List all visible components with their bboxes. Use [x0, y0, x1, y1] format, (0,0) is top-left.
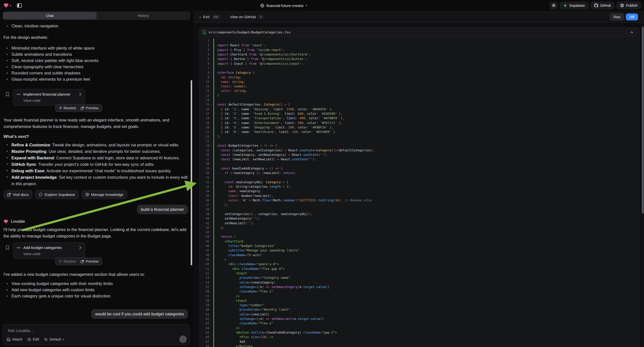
- code-text: <div className="space-y-6">: [214, 262, 279, 266]
- line-number: 31: [200, 175, 209, 180]
- edit-button[interactable]: Edit: [28, 337, 39, 341]
- fold-toggle-icon[interactable]: ⌄: [209, 180, 213, 184]
- bookmark-icon[interactable]: [6, 245, 10, 250]
- chat-scrollbar[interactable]: [191, 80, 192, 265]
- view-on-github-button[interactable]: View on GitHub G: [230, 15, 264, 19]
- code-line: 9 id: string;: [200, 75, 640, 80]
- tab-chat[interactable]: Chat: [3, 12, 96, 20]
- code-line: 3import { Plus } from 'lucide-react';: [200, 48, 640, 52]
- restore-button[interactable]: ↺ Restore: [59, 106, 76, 110]
- code-line: 65 <Button onClick={handleAddCategory} c…: [200, 330, 640, 335]
- fold-spacer: [209, 230, 213, 234]
- page-scrollbar[interactable]: [642, 24, 644, 347]
- line-number: 11: [200, 84, 209, 88]
- explore-supabase-button[interactable]: Explore Supabase: [35, 190, 79, 199]
- code-line: 38: [200, 207, 640, 212]
- fold-spacer: [209, 234, 213, 239]
- mode-select[interactable]: Default ▾: [44, 337, 64, 341]
- github-button[interactable]: GitHub: [591, 2, 615, 9]
- code-text: import { Input } from '@/components/ui/i…: [214, 62, 303, 66]
- code-text: name: newCategory,: [214, 189, 262, 194]
- manage-knowledge-button[interactable]: Manage knowledge: [82, 190, 127, 199]
- line-number: 26: [200, 152, 209, 157]
- code-text: import { Button } from '@/components/ui/…: [214, 57, 307, 61]
- send-button[interactable]: ↑: [179, 336, 187, 343]
- line-number: 47: [200, 248, 209, 253]
- restore-icon: ↺: [59, 106, 62, 110]
- code-text: interface Category {: [214, 70, 255, 75]
- lovable-logo-menu[interactable]: ▾: [4, 3, 11, 8]
- code-text: Add: [214, 340, 245, 344]
- line-number: 34: [200, 189, 209, 194]
- code-text: [214, 162, 217, 166]
- fold-spacer: [209, 285, 213, 289]
- line-number: 60: [200, 308, 209, 312]
- collapse-file-button[interactable]: [627, 29, 636, 36]
- code-line: 51 <div className="flex gap-4">: [200, 266, 640, 271]
- chevron-right-icon: [79, 92, 82, 96]
- diff-toggle-button[interactable]: Diff: [626, 14, 638, 20]
- sidebar-toggle-button[interactable]: [16, 2, 23, 9]
- code-lines: 12import React from 'react';3import { Pl…: [200, 37, 640, 347]
- code-line: 49 >: [200, 258, 640, 262]
- github-label: GitHub: [600, 4, 611, 8]
- code-text: id: string;: [214, 75, 242, 80]
- code-line: 35 limit: Number(newLimit),: [200, 194, 640, 198]
- line-number: 20: [200, 125, 209, 130]
- code-text: { id: '5', name: 'Shopping', limit: 200,…: [214, 125, 333, 130]
- tab-history[interactable]: History: [96, 12, 190, 20]
- attach-button[interactable]: Attach: [7, 337, 22, 341]
- chat-input-placeholder: Ask Lovable...: [8, 328, 34, 333]
- line-number: 52: [200, 271, 209, 276]
- version-card-add-budget-categories[interactable]: <> Add budget categories View code ↺ Res…: [13, 242, 85, 259]
- line-number: 29: [200, 166, 209, 171]
- fold-spacer: [209, 62, 213, 66]
- raw-toggle-button[interactable]: Raw: [610, 14, 624, 20]
- message-menu-button[interactable]: ···: [182, 219, 188, 224]
- lovable-heart-icon: [4, 219, 8, 224]
- version-card-implement-financial-planner[interactable]: <> Implement financial planner View code…: [13, 89, 85, 106]
- code-line: 54 value={newCategory}: [200, 280, 640, 285]
- chat-input-box[interactable]: Ask Lovable... Attach Edit Default ▾ ↑: [2, 324, 190, 346]
- view-code-link[interactable]: View code: [24, 98, 82, 102]
- fold-toggle-icon[interactable]: ⌄: [209, 70, 213, 75]
- supabase-button[interactable]: Supabase: [560, 2, 588, 9]
- file-header[interactable]: src/components/budget/BudgetCategories.t…: [200, 28, 640, 37]
- restore-button[interactable]: ↺ Restore: [59, 260, 76, 263]
- line-number: 30: [200, 171, 209, 175]
- code-text: const defaultCategories: Category[] = [: [214, 102, 290, 107]
- line-number: 9: [200, 75, 209, 80]
- fold-spacer: [209, 48, 213, 52]
- code-line: 48 className="h-auto": [200, 253, 640, 258]
- preview-button[interactable]: Preview: [81, 106, 98, 110]
- bullet-item: Minimalist interface with plenty of whit…: [4, 45, 188, 51]
- project-switcher[interactable]: financial-future-creator ▾: [260, 0, 307, 11]
- code-line: 28: [200, 162, 640, 166]
- external-link-icon: [81, 260, 84, 263]
- fold-spacer: [209, 330, 213, 335]
- visit-docs-button[interactable]: Visit docs: [4, 190, 32, 199]
- view-code-link[interactable]: View code: [24, 252, 82, 256]
- bookmark-icon[interactable]: [6, 92, 10, 97]
- fold-toggle-icon[interactable]: ⌄: [209, 144, 213, 148]
- code-text: [214, 139, 217, 144]
- code-line: 25 const [categories, setCategories] = R…: [200, 148, 640, 152]
- g-key-badge: G: [258, 15, 264, 19]
- settings-button[interactable]: ⚙: [550, 2, 558, 9]
- exit-button[interactable]: ‹ Exit ESC: [200, 14, 220, 19]
- preview-button[interactable]: Preview: [81, 260, 98, 263]
- code-line: 36 color: '#' + Math.floor(Math.random()…: [200, 198, 640, 202]
- code-line: 11 limit: number;: [200, 84, 640, 88]
- line-number: 21: [200, 130, 209, 134]
- code-line: 12 color: string;: [200, 88, 640, 93]
- scrollbar-thumb[interactable]: [642, 27, 644, 214]
- code-line: 24⌄const BudgetCategories = () => {: [200, 144, 640, 148]
- code-line: 2import React from 'react';: [200, 43, 640, 48]
- line-number: 61: [200, 312, 209, 317]
- code-text: limit: number;: [214, 84, 247, 88]
- fold-toggle-icon[interactable]: ⌄: [209, 102, 213, 107]
- globe-icon: [260, 4, 264, 8]
- fold-toggle-icon[interactable]: ⌄: [209, 166, 213, 171]
- line-number: 41: [200, 221, 209, 226]
- publish-button[interactable]: Publish: [616, 2, 641, 9]
